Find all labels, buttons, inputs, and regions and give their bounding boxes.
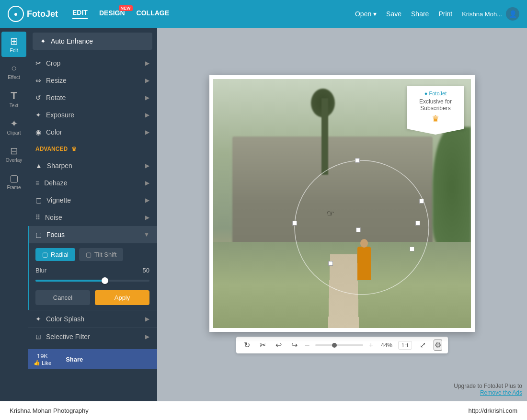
cursor-indicator: ☞: [327, 208, 334, 219]
sharpen-menu-item[interactable]: ▲ Sharpen ▶: [28, 157, 157, 174]
advanced-header: ADVANCED ♛: [28, 141, 157, 157]
thumbs-up-icon: 👍: [34, 360, 40, 366]
fb-count: 19K: [37, 352, 48, 360]
refresh-button[interactable]: ↻: [242, 340, 252, 351]
handle-bottom-left[interactable]: [328, 261, 333, 266]
dehaze-menu-item[interactable]: ≡ Dehaze ▶: [28, 174, 157, 192]
frame-icon: ▢: [10, 172, 19, 184]
nav-edit[interactable]: EDIT: [72, 9, 88, 19]
color-menu-item[interactable]: ◉ Color ▶: [28, 124, 157, 141]
color-splash-menu-item[interactable]: ✦ Color Splash ▶: [28, 310, 157, 328]
print-button[interactable]: Print: [438, 10, 452, 18]
color-splash-icon: ✦: [35, 315, 41, 323]
photo-monk: [357, 247, 371, 280]
focus-icon: ▢: [35, 231, 42, 238]
selective-filter-menu-item[interactable]: ⊡ Selective Filter ▶: [28, 328, 157, 345]
zoom-slider[interactable]: [315, 344, 363, 346]
auto-enhance-button[interactable]: ✦ Auto Enhance: [33, 33, 152, 50]
selective-filter-arrow: ▶: [145, 333, 149, 340]
save-button[interactable]: Save: [386, 10, 401, 18]
expand-button[interactable]: ⤢: [418, 340, 428, 351]
settings-button[interactable]: ⚙: [434, 340, 442, 351]
zoom-track[interactable]: [315, 344, 363, 346]
noise-menu-item[interactable]: ⠿ Noise ▶: [28, 209, 157, 226]
left-panel: ✦ Auto Enhance ✂ Crop ▶ ⇔ Resize ▶ ↺ Rot…: [28, 28, 157, 401]
handle-top[interactable]: [355, 158, 360, 163]
logo-icon: ●: [8, 6, 24, 22]
focus-header[interactable]: ▢ Focus ▼: [28, 226, 157, 243]
sidebar-item-text[interactable]: T Text: [1, 86, 26, 112]
blur-slider-fill: [35, 280, 104, 282]
topbar: ● FotoJet EDIT DESIGN NEW COLLAGE Open ▾…: [0, 0, 527, 28]
handle-center[interactable]: [356, 227, 361, 232]
exposure-menu-item[interactable]: ✦ Exposure ▶: [28, 106, 157, 124]
canvas-image[interactable]: ● FotoJet Exclusive for Subscribers ♛ ☞: [213, 79, 471, 328]
topbar-right: Open ▾ Save Share Print Krishna Moh... 👤: [355, 7, 519, 21]
footer: Krishna Mohan Photography http://drkrish…: [0, 401, 527, 420]
radial-icon: ▢: [42, 251, 48, 258]
color-icon: ◉: [35, 128, 41, 136]
handle-left[interactable]: [292, 221, 297, 226]
blur-slider-container[interactable]: [35, 278, 149, 285]
focus-tabs: ▢ Radial ▢ Tilt Shift: [35, 248, 149, 261]
sidebar-item-clipart[interactable]: ✦ Clipart: [1, 114, 26, 139]
footer-left: Krishna Mohan Photography: [10, 407, 89, 414]
vignette-menu-item[interactable]: ▢ Vignette ▶: [28, 192, 157, 209]
crop-menu-item[interactable]: ✂ Crop ▶: [28, 55, 157, 72]
sidebar-item-edit[interactable]: ⊞ Edit: [1, 32, 26, 57]
user-area[interactable]: Krishna Moh... 👤: [462, 7, 519, 21]
handle-right-upper[interactable]: [419, 199, 424, 204]
zoom-percent: 44%: [381, 342, 392, 349]
facebook-like-area[interactable]: 19K 👍 Like: [28, 351, 57, 368]
sidebar-item-effect[interactable]: ○ Effect: [1, 59, 26, 84]
open-button[interactable]: Open ▾: [355, 10, 377, 18]
radial-tab[interactable]: ▢ Radial: [35, 248, 75, 261]
selective-filter-icon: ⊡: [35, 333, 41, 341]
blur-slider-track[interactable]: [35, 280, 149, 282]
nav-items: EDIT DESIGN NEW COLLAGE: [72, 9, 169, 19]
zoom-thumb[interactable]: [332, 343, 337, 348]
handle-right[interactable]: [415, 221, 420, 226]
sidebar-item-overlay[interactable]: ⊟ Overlay: [1, 141, 26, 167]
share-button[interactable]: Share: [411, 10, 429, 18]
toolbar-sep2: +: [369, 341, 373, 350]
nav-collage[interactable]: COLLAGE: [137, 9, 169, 19]
focus-cancel-button[interactable]: Cancel: [35, 290, 90, 305]
noise-icon: ⠿: [35, 214, 40, 221]
tilt-shift-tab[interactable]: ▢ Tilt Shift: [79, 248, 123, 261]
auto-enhance-icon: ✦: [40, 37, 46, 45]
color-arrow: ▶: [145, 129, 149, 136]
crown-icon-banner: ♛: [413, 114, 458, 124]
remove-ads-link[interactable]: Remove the Ads: [480, 389, 522, 396]
focus-apply-button[interactable]: Apply: [95, 290, 149, 305]
scissors-button[interactable]: ✂: [258, 340, 268, 351]
rotate-menu-item[interactable]: ↺ Rotate ▶: [28, 89, 157, 106]
footer-right: http://drkrishi.com: [468, 407, 517, 414]
canvas-toolbar: ↻ ✂ ↩ ↪ – + 44% 1:1 ⤢ ⚙: [236, 337, 448, 353]
edit-icon: ⊞: [10, 35, 18, 47]
sub-banner-flag: [407, 129, 464, 135]
dehaze-arrow: ▶: [145, 180, 149, 186]
focus-submenu: ▢ Radial ▢ Tilt Shift Blur 50: [28, 243, 157, 310]
color-splash-arrow: ▶: [145, 316, 149, 322]
resize-menu-item[interactable]: ⇔ Resize ▶: [28, 72, 157, 89]
sub-banner-logo: ● FotoJet: [413, 91, 458, 96]
sharpen-arrow: ▶: [145, 162, 149, 169]
facebook-share-button[interactable]: Share: [57, 352, 92, 367]
undo-button[interactable]: ↩: [274, 340, 284, 351]
handle-bottom-right[interactable]: [410, 247, 414, 251]
fit-1-1-button[interactable]: 1:1: [398, 341, 412, 350]
focus-arrow: ▼: [144, 231, 149, 238]
crop-arrow: ▶: [145, 60, 149, 67]
nav-design[interactable]: DESIGN NEW: [99, 9, 125, 19]
rotate-icon: ↺: [35, 94, 41, 102]
facebook-bar: 19K 👍 Like Share: [28, 349, 157, 369]
new-badge: NEW: [119, 5, 133, 11]
sidebar-item-frame[interactable]: ▢ Frame: [1, 169, 26, 194]
redo-button[interactable]: ↪: [289, 340, 299, 351]
text-icon: T: [11, 90, 17, 102]
logo-text: FotoJet: [27, 9, 58, 19]
tilt-shift-icon: ▢: [86, 251, 92, 258]
focus-actions: Cancel Apply: [35, 290, 149, 305]
blur-slider-thumb[interactable]: [102, 277, 108, 284]
